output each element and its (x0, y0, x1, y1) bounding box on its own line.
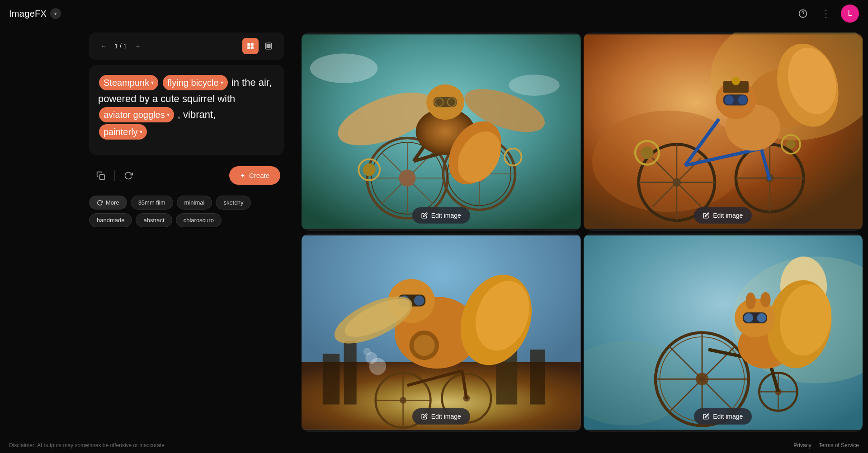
svg-point-127 (744, 313, 753, 322)
tos-link[interactable]: Terms of Service (819, 442, 859, 448)
svg-point-11 (509, 75, 559, 96)
image-grid: Edit image (296, 27, 868, 437)
image-2-overlay (584, 33, 863, 231)
tag-aviator-goggles-arrow: ▾ (167, 111, 170, 119)
edit-image-button-1[interactable]: Edit image (412, 207, 470, 224)
arrow-right-icon: → (134, 42, 141, 50)
grid-icon (246, 42, 255, 50)
chevron-down-icon: ▾ (54, 11, 57, 17)
edit-image-button-3[interactable]: Edit image (412, 408, 470, 425)
arrow-left-icon: ← (100, 42, 107, 50)
grid-view-button[interactable] (242, 38, 259, 54)
chip-abstract[interactable]: abstract (136, 213, 172, 227)
toolbar-divider (114, 170, 115, 181)
edit-image-button-2[interactable]: Edit image (694, 207, 752, 224)
refresh-icon (124, 171, 133, 180)
svg-point-99 (363, 348, 371, 355)
edit-image-button-4[interactable]: Edit image (694, 408, 752, 425)
svg-rect-4 (247, 47, 250, 49)
chip-35mm-film[interactable]: 35mm film (131, 196, 173, 210)
chip-sketchy[interactable]: sketchy (216, 196, 251, 210)
svg-rect-2 (247, 43, 250, 46)
prompt-area: Steampunk ▾ flying bicycle ▾ in the air,… (89, 65, 284, 155)
tag-painterly[interactable]: painterly ▾ (99, 124, 147, 140)
tag-painterly-arrow: ▾ (140, 128, 142, 136)
header-left: ImageFX ▾ (9, 8, 61, 19)
svg-point-86 (414, 295, 424, 305)
nav-bar: ← 1 / 1 → (89, 33, 284, 60)
refresh-small-icon (97, 200, 103, 206)
svg-point-130 (760, 292, 770, 308)
image-3-svg (302, 234, 581, 432)
image-card-1[interactable]: Edit image (302, 33, 581, 231)
tag-flying-bicycle-arrow: ▾ (221, 79, 223, 87)
help-icon (798, 9, 807, 18)
svg-point-69 (786, 140, 796, 149)
chip-chiaroscuro[interactable]: chiaroscuro (176, 213, 222, 227)
svg-rect-8 (100, 174, 105, 179)
avatar[interactable]: L (841, 5, 859, 23)
svg-point-65 (731, 77, 740, 85)
svg-rect-74 (530, 350, 545, 405)
svg-point-38 (363, 163, 376, 176)
pencil-icon-2 (703, 212, 709, 219)
single-view-icon (264, 42, 273, 50)
prev-button[interactable]: ← (96, 39, 111, 53)
image-3-overlay (302, 234, 581, 432)
tag-flying-bicycle[interactable]: flying bicycle ▾ (163, 75, 227, 90)
image-4-svg (584, 234, 863, 432)
chip-handmade[interactable]: handmade (89, 213, 132, 227)
more-icon: ⋮ (821, 8, 831, 19)
single-view-button[interactable] (260, 38, 277, 54)
more-chip[interactable]: More (89, 196, 127, 210)
next-button[interactable]: → (130, 39, 145, 53)
image-2-svg (584, 33, 863, 231)
left-panel: ← 1 / 1 → St (84, 27, 289, 453)
header: ImageFX ▾ ⋮ L (0, 0, 868, 27)
nav-arrows: ← 1 / 1 → (96, 39, 145, 53)
refresh-button[interactable] (120, 168, 137, 184)
svg-rect-7 (267, 44, 271, 48)
svg-rect-72 (323, 354, 340, 404)
privacy-link[interactable]: Privacy (793, 442, 811, 448)
pencil-icon-3 (421, 413, 428, 420)
prompt-end-text: , vibrant, (178, 109, 216, 120)
pencil-icon-1 (421, 212, 428, 219)
svg-point-63 (738, 95, 747, 105)
toolbar: ✦ Create (89, 163, 284, 188)
image-card-2[interactable]: Edit image (584, 33, 863, 231)
nav-view-icons (242, 38, 277, 54)
footer: Disclaimer: AI outputs may sometimes be … (0, 437, 868, 453)
svg-rect-73 (344, 341, 357, 404)
image-card-3[interactable]: Edit image (302, 234, 581, 432)
svg-rect-5 (251, 47, 254, 49)
image-card-4[interactable]: Edit image (584, 234, 863, 432)
tag-aviator-goggles[interactable]: aviator goggles ▾ (99, 107, 174, 122)
prompt-text: Steampunk ▾ flying bicycle ▾ in the air,… (98, 74, 275, 140)
image-4-overlay (584, 234, 863, 432)
toolbar-left (93, 168, 137, 184)
svg-point-129 (745, 293, 755, 309)
style-chips: More 35mm film minimal sketchy handmade … (89, 194, 284, 229)
more-options-button[interactable]: ⋮ (817, 5, 835, 23)
logo-text: ImageFX (9, 9, 47, 19)
header-right: ⋮ L (794, 5, 859, 23)
help-button[interactable] (794, 5, 812, 23)
svg-point-10 (310, 53, 378, 83)
chip-minimal[interactable]: minimal (177, 196, 212, 210)
tag-steampunk-arrow: ▾ (151, 79, 154, 87)
svg-point-128 (757, 313, 766, 322)
sparkle-icon: ✦ (240, 172, 245, 179)
svg-point-67 (641, 146, 653, 159)
svg-point-62 (724, 95, 734, 105)
image-1-overlay (302, 33, 581, 231)
footer-links: Privacy Terms of Service (793, 442, 859, 448)
copy-icon (96, 171, 105, 180)
copy-button[interactable] (93, 168, 109, 184)
svg-point-18 (399, 170, 415, 187)
logo-dropdown-button[interactable]: ▾ (50, 8, 61, 19)
create-button[interactable]: ✦ Create (229, 166, 280, 185)
svg-point-42 (592, 111, 744, 212)
pencil-icon-4 (703, 413, 709, 420)
tag-steampunk[interactable]: Steampunk ▾ (99, 75, 158, 90)
